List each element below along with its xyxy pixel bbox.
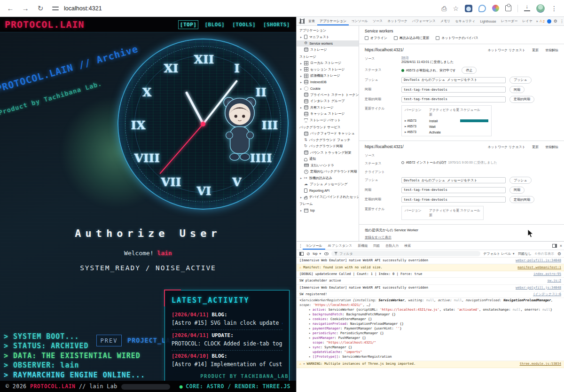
- sidebar-item-拡張機能ストレージ[interactable]: ▸拡張機能ストレージ: [297, 73, 359, 79]
- sw-checkbox-ネットワークのバイパス[interactable]: ネットワークのバイパス: [436, 36, 478, 40]
- sw-checkbox-再読み込み時に更新[interactable]: 再読み込み時に更新: [394, 36, 430, 40]
- sidebar-item-インタレスト グループ[interactable]: インタレスト グループ: [297, 98, 359, 105]
- send-to-device-icon[interactable]: ⎙: [441, 5, 446, 12]
- console-tab-新機能[interactable]: 新機能: [355, 242, 370, 250]
- extension-moon-icon[interactable]: [465, 5, 472, 12]
- message-source-link[interactable]: webxr-polyfill.js:34048: [516, 259, 561, 263]
- tree-arrow-icon[interactable]: ▸: [300, 87, 304, 90]
- reload-icon[interactable]: ↻: [35, 3, 46, 14]
- 定期的同期-button[interactable]: 定期的同期: [509, 196, 534, 203]
- sidebar-item-投機的読み込み[interactable]: ▸↦投機的読み込み: [297, 175, 359, 181]
- sidebar-item-プッシュ メッセージング[interactable]: ☁プッシュ メッセージング: [297, 181, 359, 188]
- action-link-ネットワーク リクエスト[interactable]: ネットワーク リクエスト: [487, 48, 525, 53]
- console-tab-検索[interactable]: 検索: [401, 242, 414, 250]
- property-arrow-icon[interactable]: ▸: [309, 345, 313, 350]
- no-issues-label[interactable]: 問題なし: [518, 251, 532, 256]
- プッシュ-button[interactable]: プッシュ: [509, 77, 532, 84]
- clear-console-icon[interactable]: ⊘: [306, 251, 310, 256]
- devtools-tab-レコーダー[interactable]: レコーダー: [499, 17, 520, 25]
- message-source-link[interactable]: manifest.webmanifest:1: [517, 266, 561, 270]
- tree-arrow-icon[interactable]: ▸: [300, 176, 304, 180]
- cycle-version[interactable]: ▸#6573: [405, 119, 429, 123]
- row-expand-arrow-icon[interactable]: ▸: [405, 125, 407, 128]
- property-arrow-icon[interactable]: ▸: [309, 307, 313, 312]
- profile-avatar[interactable]: [536, 4, 545, 13]
- message-source-link[interactable]: (インデックス):6: [533, 292, 561, 297]
- live-expression-eye-icon[interactable]: [324, 252, 329, 255]
- sidebar-item-支払いハンドラ[interactable]: 支払いハンドラ: [297, 162, 359, 169]
- console-close-icon[interactable]: ×: [560, 243, 562, 248]
- 定期的同期-button[interactable]: 定期的同期: [509, 96, 534, 103]
- devtools-tab-レイヤ[interactable]: レイヤ: [520, 17, 535, 25]
- sidebar-item-ストレージ[interactable]: ストレージ: [297, 47, 359, 53]
- checkbox-icon[interactable]: [436, 36, 439, 40]
- 同期-button[interactable]: 同期: [509, 187, 525, 194]
- message-source-link[interactable]: index.astro:95: [533, 272, 561, 276]
- sidebar-item-共有ストレージ[interactable]: ▸共有ストレージ: [297, 104, 359, 111]
- console-tab-問題[interactable]: 問題: [370, 242, 383, 250]
- extension-colors-icon[interactable]: [492, 5, 499, 12]
- checkbox-icon[interactable]: [365, 36, 368, 40]
- context-selector[interactable]: top▼: [313, 252, 322, 255]
- sidebar-item-キャッシュ ストレージ[interactable]: キャッシュ ストレージ: [297, 111, 359, 118]
- devtools-menu-kebab-icon[interactable]: ⋮: [560, 19, 564, 24]
- message-source-link[interactable]: sw.js:2: [547, 279, 561, 283]
- message-source-link[interactable]: webxr-polyfill.js:34048: [516, 286, 561, 290]
- sidebar-item-Service workers[interactable]: ⚙Service workers: [297, 40, 359, 47]
- row-expand-arrow-icon[interactable]: ▸: [405, 119, 407, 122]
- sidebar-item-プライベート ステート トークン[interactable]: プライベート ステート トークン: [297, 92, 359, 98]
- sidebar-item-通知[interactable]: 通知: [297, 156, 359, 163]
- device-toolbar-icon[interactable]: [304, 18, 305, 24]
- sidebar-item-IndexedDB[interactable]: ▸IndexedDB: [297, 79, 359, 86]
- sidebar-item-デバイスにバインドされたセッション[interactable]: ▸デバイスにバインドされたセッション: [297, 194, 359, 201]
- 同期-input[interactable]: [401, 187, 506, 193]
- devtools-tab-ソース[interactable]: ソース: [370, 17, 385, 25]
- warnings-badge[interactable]: ⚠2: [540, 19, 545, 23]
- address-bar[interactable]: localhost:4321: [52, 2, 441, 15]
- tree-arrow-icon[interactable]: ▸: [300, 80, 304, 84]
- プッシュ-button[interactable]: プッシュ: [509, 177, 532, 184]
- extension-loop-icon[interactable]: [478, 5, 486, 12]
- checkbox-icon[interactable]: [394, 36, 398, 40]
- devtools-tab-要素[interactable]: 要素: [306, 17, 317, 25]
- cycle-version[interactable]: ▸#6573: [405, 125, 429, 128]
- sidebar-item-ストレージ バケット[interactable]: ストレージ バケット: [297, 117, 359, 124]
- property-arrow-icon[interactable]: ▸: [309, 336, 313, 340]
- sidebar-item-バウンス トラッキング対策[interactable]: バウンス トラッキング対策: [297, 149, 359, 156]
- tree-arrow-icon[interactable]: ▸: [300, 35, 304, 39]
- devtools-tab-アプリケーション[interactable]: アプリケーション: [317, 17, 349, 25]
- devtools-tab-ネットワーク[interactable]: ネットワーク: [385, 17, 410, 25]
- プッシュ-input[interactable]: [401, 77, 506, 83]
- site-logo[interactable]: PROTOCOL.LAIN: [5, 19, 85, 30]
- message-source-link[interactable]: three.module.js:53034: [519, 362, 561, 366]
- property-arrow-icon[interactable]: ▸: [309, 321, 313, 326]
- property-arrow-icon[interactable]: ▸: [309, 317, 313, 321]
- sidebar-item-マニフェスト[interactable]: ▸マニフェスト: [297, 34, 359, 40]
- downloads-icon[interactable]: [524, 5, 530, 11]
- devtools-tab-パフォーマンス[interactable]: パフォーマンス: [410, 17, 438, 25]
- action-link-ネットワーク リクエスト[interactable]: ネットワーク リクエスト: [487, 145, 525, 149]
- activity-item[interactable]: [2026/04/11]BLOG:[Astro #15] SVG lain cl…: [172, 309, 282, 330]
- more-tabs-chevron-icon[interactable]: »: [535, 20, 540, 23]
- tree-arrow-icon[interactable]: ▸: [300, 62, 304, 65]
- tree-arrow-icon[interactable]: ▸: [300, 196, 304, 199]
- sw-checkbox-オフライン[interactable]: オフライン: [365, 36, 387, 40]
- dock-panel-icon[interactable]: [552, 244, 557, 248]
- console-settings-gear-icon[interactable]: ⚙: [557, 251, 561, 256]
- url-text[interactable]: localhost:4321: [64, 5, 102, 12]
- sidebar-item-定期的なバックグラウンド同期[interactable]: 定期的なバックグラウンド同期: [297, 169, 359, 175]
- expand-arrow-icon[interactable]: ▸: [303, 362, 305, 366]
- default-level-dropdown[interactable]: デフォルト レベル ▼: [483, 251, 515, 256]
- console-sidebar-icon[interactable]: [299, 252, 304, 256]
- devtools-settings-gear-icon[interactable]: ⚙: [554, 19, 557, 24]
- 定期的同期-input[interactable]: [401, 196, 506, 203]
- 同期-button[interactable]: 同期: [509, 86, 525, 93]
- console-menu-kebab-icon[interactable]: ⋮: [298, 243, 303, 248]
- activity-item[interactable]: [2026/04/11]UPDATE:PROTOCOL: CLOCK Added…: [172, 330, 282, 351]
- sidebar-item-Reporting API[interactable]: Reporting API: [297, 188, 359, 194]
- stop-button[interactable]: 停止: [462, 67, 477, 74]
- property-arrow-icon[interactable]: ▸: [309, 312, 313, 317]
- site-settings-icon[interactable]: [52, 5, 59, 12]
- tree-arrow-icon[interactable]: ▸: [300, 106, 304, 109]
- nav-item-shorts[interactable]: [SHORTS]: [262, 21, 291, 29]
